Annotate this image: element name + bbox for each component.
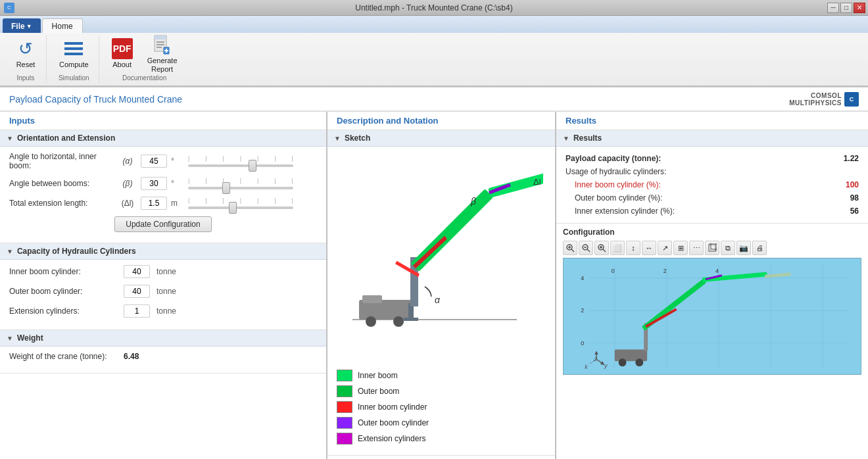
svg-point-72 — [635, 358, 643, 366]
angle-booms-thumb[interactable] — [222, 182, 230, 194]
angle-horizontal-label: Angle to horizontal, inner boom: — [9, 152, 114, 170]
close-button[interactable]: ✕ — [854, 3, 865, 13]
usage-header-label: Usage of hydraulic cylinders: — [566, 167, 666, 176]
extension-length-input[interactable] — [141, 197, 167, 210]
extension-cylinders-input[interactable] — [124, 304, 150, 318]
outer-boom-cylinder-input[interactable] — [124, 285, 150, 298]
svg-text:4: 4 — [715, 268, 719, 274]
angle-booms-input[interactable] — [141, 177, 167, 190]
inner-boom-cylinder-result-row: Inner boom cylinder (%): 100 — [566, 178, 859, 191]
reset-label: Reset — [16, 60, 36, 69]
inputs-header: Inputs — [0, 112, 326, 130]
svg-text:0: 0 — [612, 268, 615, 274]
svg-point-15 — [393, 316, 404, 327]
main-area: Payload Capacity of Truck Mounted Crane … — [0, 87, 868, 459]
inner-extension-cylinder-result-value: 56 — [850, 206, 859, 216]
extension-length-thumb[interactable] — [229, 202, 237, 214]
legend-outer-boom: Outer boom — [337, 385, 546, 397]
compute-button[interactable]: Compute — [53, 35, 95, 72]
svg-rect-17 — [404, 318, 418, 321]
ribbon: File ▼ Home ↺ Reset Inputs — [0, 16, 868, 87]
user-input-group-label: Inputs — [16, 74, 34, 82]
extension-cylinders-label: Extension cylinders: — [9, 306, 114, 316]
hydraulic-section-header[interactable]: ▼ Capacity of Hydraulic Cylinders — [0, 243, 326, 260]
angle-booms-symbol: (β) — [118, 179, 137, 188]
extension-length-row: Total extension length: (Δl) m ||||||| — [9, 197, 317, 210]
angle-horizontal-row: Angle to horizontal, inner boom: (α) ° |… — [9, 152, 317, 170]
update-configuration-button[interactable]: Update Configuration — [114, 216, 211, 232]
sketch-section-header[interactable]: ▼ Sketch — [327, 130, 555, 147]
sketch-legend: Inner boom Outer boom Inner boom cylinde… — [327, 363, 555, 455]
legend-outer-boom-label: Outer boom — [358, 387, 399, 396]
angle-horizontal-input[interactable] — [141, 155, 167, 168]
grid-button[interactable]: ⊞ — [673, 241, 688, 255]
svg-text:k: k — [585, 364, 588, 370]
svg-point-14 — [366, 316, 376, 327]
payload-capacity-row: Payload capacity (tonne): 1.22 — [566, 152, 859, 165]
svg-text:Δl: Δl — [533, 177, 541, 187]
angle-horizontal-thumb[interactable] — [249, 160, 256, 172]
more-button[interactable]: ⋯ — [689, 241, 704, 255]
comsol-logo: COMSOL MULTIPHYSICS C — [789, 92, 859, 107]
legend-inner-boom-cylinder-box — [337, 401, 352, 413]
sketch-arrow: ▼ — [334, 135, 341, 142]
compute-icon — [63, 38, 84, 59]
inner-boom-cylinder-label: Inner boom cylinder: — [9, 267, 114, 276]
angle-horizontal-slider[interactable] — [188, 164, 293, 167]
inner-extension-cylinder-result-label: Inner extension cylinder (%): — [575, 206, 675, 216]
svg-line-33 — [571, 249, 574, 252]
maximize-button[interactable]: □ — [840, 3, 852, 13]
minimize-button[interactable]: ─ — [827, 3, 839, 13]
extension-length-label: Total extension length: — [9, 199, 114, 208]
ribbon-content: ↺ Reset Inputs Compute — [0, 33, 868, 85]
ribbon-group-documentation: PDF About — [102, 36, 187, 83]
app-icon: C — [4, 3, 14, 13]
angle-booms-slider[interactable] — [188, 187, 293, 189]
inner-boom-cylinder-input[interactable] — [124, 265, 150, 278]
extension-cylinders-unit: tonne — [157, 306, 176, 316]
generate-report-button[interactable]: Generate Report — [141, 31, 183, 77]
configuration-view: 0 2 4 4 2 0 z y k — [563, 258, 861, 375]
crane-weight-label: Weight of the crane (tonne): — [9, 352, 114, 361]
hydraulic-arrow: ▼ — [7, 248, 13, 255]
documentation-group-label: Documentation — [122, 74, 166, 82]
pan-h-button[interactable]: ↔ — [642, 241, 656, 255]
window-controls: ─ □ ✕ — [827, 3, 865, 13]
reset-button[interactable]: ↺ Reset — [9, 35, 42, 72]
svg-text:β: β — [470, 196, 476, 206]
weight-section-header[interactable]: ▼ Weight — [0, 330, 326, 347]
legend-inner-boom-cylinder-label: Inner boom cylinder — [358, 402, 427, 412]
zoom-out-button[interactable] — [579, 241, 593, 255]
simulation-group-label: Simulation — [59, 74, 89, 82]
inner-boom-cylinder-result-value: 100 — [846, 180, 859, 189]
angle-horizontal-unit: ° — [171, 157, 184, 166]
extension-length-slider[interactable] — [188, 206, 293, 209]
outer-boom-cylinder-unit: tonne — [157, 287, 176, 296]
sketch-title: Sketch — [345, 133, 370, 143]
zoom-extents-button[interactable] — [594, 241, 609, 255]
pan-v-button[interactable]: ↕ — [626, 241, 640, 255]
payload-capacity-label: Payload capacity (tonne): — [566, 154, 661, 163]
inner-boom-cylinder-row: Inner boom cylinder: tonne — [9, 265, 317, 278]
axis-button[interactable]: ↗ — [658, 241, 672, 255]
print-button[interactable]: 🖨 — [752, 241, 767, 255]
legend-outer-boom-cylinder: Outer boom cylinder — [337, 417, 546, 429]
legend-outer-boom-box — [337, 385, 352, 397]
tab-home[interactable]: Home — [42, 18, 83, 33]
compute-label: Compute — [59, 60, 89, 69]
zoom-in-button[interactable] — [563, 241, 577, 255]
screenshot-button[interactable]: 📷 — [736, 241, 751, 255]
orientation-title: Orientation and Extension — [17, 133, 115, 143]
about-button[interactable]: PDF About — [106, 35, 139, 72]
orientation-section-header[interactable]: ▼ Orientation and Extension — [0, 130, 326, 147]
config-visualization: 0 2 4 4 2 0 z y k — [564, 258, 861, 374]
results-section-header[interactable]: ▼ Results — [556, 130, 868, 147]
view3d-button[interactable] — [705, 241, 719, 255]
fit-view-button[interactable]: ⬜ — [610, 241, 625, 255]
tab-file[interactable]: File ▼ — [3, 18, 41, 33]
about-icon: PDF — [112, 38, 133, 59]
results-subtitle: Results — [573, 133, 602, 143]
comsol-line1: COMSOL — [789, 92, 842, 99]
config-toolbar: ⬜ ↕ ↔ ↗ ⊞ ⋯ ⧉ 📷 🖨 — [563, 241, 861, 255]
copy-button[interactable]: ⧉ — [721, 241, 735, 255]
